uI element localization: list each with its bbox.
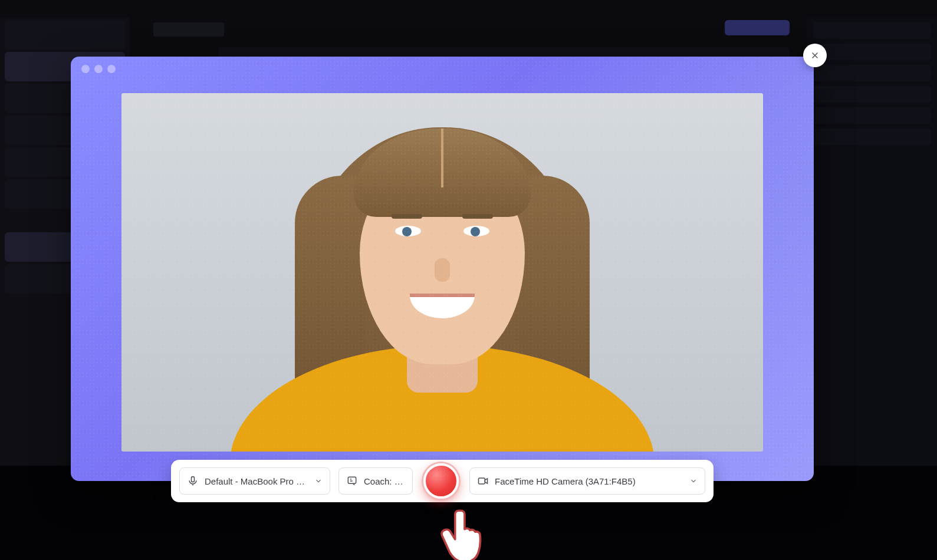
microphone-select[interactable]: Default - MacBook Pro Mi… xyxy=(179,467,330,495)
chevron-down-icon xyxy=(314,477,323,485)
recorder-control-bar: Default - MacBook Pro Mi… Coach: Off Fac… xyxy=(171,460,714,502)
chevron-down-icon xyxy=(689,477,698,485)
svg-rect-2 xyxy=(479,478,485,484)
traffic-dot xyxy=(94,65,103,73)
traffic-dot xyxy=(81,65,90,73)
microphone-icon xyxy=(187,475,199,487)
speaker-notes-icon xyxy=(346,475,358,487)
record-button[interactable] xyxy=(423,463,459,499)
svg-rect-0 xyxy=(192,477,195,482)
coach-label: Coach: Off xyxy=(364,476,405,486)
close-icon xyxy=(810,51,820,60)
window-traffic-lights xyxy=(81,65,116,73)
camera-label: FaceTime HD Camera (3A71:F4B5) xyxy=(495,476,636,486)
close-button[interactable] xyxy=(803,44,827,67)
traffic-dot xyxy=(107,65,116,73)
video-camera-icon xyxy=(477,475,489,487)
camera-recorder-modal: Default - MacBook Pro Mi… Coach: Off Fac… xyxy=(71,57,814,481)
coach-toggle[interactable]: Coach: Off xyxy=(338,467,413,495)
camera-select[interactable]: FaceTime HD Camera (3A71:F4B5) xyxy=(469,467,705,495)
svg-rect-1 xyxy=(348,477,356,483)
microphone-label: Default - MacBook Pro Mi… xyxy=(205,476,308,486)
camera-preview xyxy=(121,93,763,452)
